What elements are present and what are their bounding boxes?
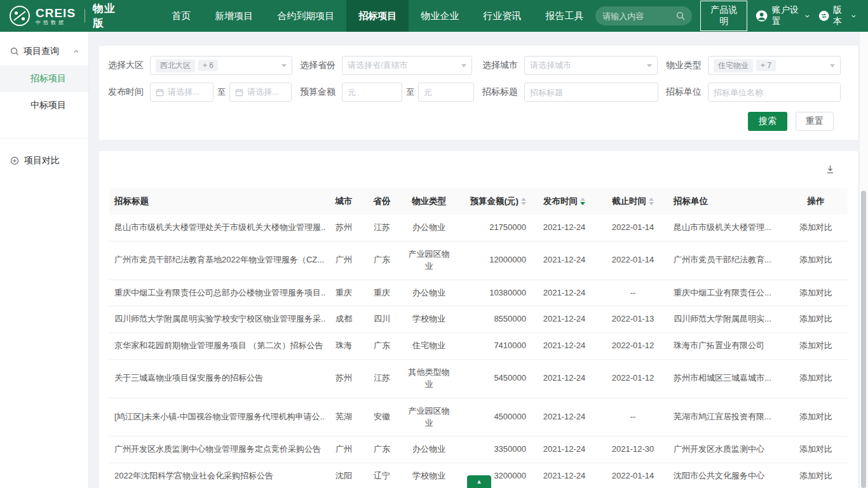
region-select[interactable]: 西北大区 + 6 bbox=[150, 56, 292, 75]
sidebar-item-project-compare[interactable]: 项目对比 bbox=[0, 139, 88, 174]
cell-type: 办公物业 bbox=[402, 280, 456, 306]
sidebar-group-project-query[interactable]: 项目查询 bbox=[0, 32, 88, 65]
cell-province: 广东 bbox=[362, 241, 402, 280]
col-publish[interactable]: 发布时间 bbox=[531, 188, 597, 215]
nav-item-合约到期项目[interactable]: 合约到期项目 bbox=[265, 0, 346, 32]
table-toolbar bbox=[109, 158, 848, 180]
sort-icon[interactable] bbox=[649, 198, 654, 205]
sort-icon-active-desc[interactable] bbox=[580, 198, 585, 205]
add-compare-link[interactable]: 添加对比 bbox=[784, 437, 848, 463]
filter-actions: 搜索 重置 bbox=[108, 112, 849, 131]
budget-to-label: 至 bbox=[406, 86, 414, 98]
cell-province: 四川 bbox=[362, 306, 402, 333]
nav-item-行业资讯[interactable]: 行业资讯 bbox=[471, 0, 533, 32]
download-icon[interactable] bbox=[825, 165, 835, 174]
bid-unit-input[interactable] bbox=[714, 83, 835, 101]
cell-unit: 苏州市相城区三城嘉城市... bbox=[668, 360, 784, 398]
back-to-top-button[interactable]: ▲ bbox=[467, 475, 491, 488]
add-compare-link[interactable]: 添加对比 bbox=[784, 463, 848, 488]
table-row: 广州开发区水质监测中心物业管理服务定点竞价采购公告广州广东办公物业3350000… bbox=[109, 437, 848, 463]
add-compare-link[interactable]: 添加对比 bbox=[784, 398, 848, 437]
brand-name: CREIS bbox=[36, 7, 76, 19]
cell-deadline: 2022-01-14 bbox=[597, 241, 668, 280]
city-select[interactable]: 请选择城市 bbox=[524, 56, 658, 75]
nav-item-招标项目[interactable]: 招标项目 bbox=[346, 0, 409, 32]
account-settings-menu[interactable]: 账户设置 bbox=[756, 4, 810, 27]
table-row: 昆山市市级机关大楼管理处关于市级机关大楼物业管理服...苏州江苏办公物业2175… bbox=[109, 215, 848, 241]
cell-province: 广东 bbox=[362, 437, 402, 463]
cell-budget: 10380000 bbox=[456, 280, 531, 306]
cell-deadline: 2022-01-13 bbox=[597, 306, 668, 333]
cell-city: 重庆 bbox=[325, 280, 362, 306]
add-compare-link[interactable]: 添加对比 bbox=[784, 333, 848, 360]
cell-deadline: -- bbox=[597, 398, 668, 437]
brand-subtitle: 中指数据 bbox=[36, 20, 76, 25]
col-title: 招标标题 bbox=[109, 188, 325, 215]
publish-date-start-input[interactable]: 请选择... bbox=[150, 83, 214, 102]
global-search-input[interactable] bbox=[602, 11, 676, 21]
add-compare-link[interactable]: 添加对比 bbox=[784, 280, 848, 306]
add-compare-link[interactable]: 添加对比 bbox=[784, 306, 848, 333]
province-placeholder: 请选择省/直辖市 bbox=[348, 60, 408, 71]
calendar-icon bbox=[235, 88, 243, 97]
col-deadline[interactable]: 截止时间 bbox=[597, 188, 668, 215]
col-type: 物业类型 bbox=[402, 188, 456, 215]
budget-max-input[interactable] bbox=[424, 83, 468, 101]
version-menu[interactable]: 版本 bbox=[818, 4, 857, 27]
bid-projects-table: 招标标题 城市 省份 物业类型 预算金额(元) 发布时间 截止时间 招标单位 操… bbox=[109, 188, 848, 488]
budget-min-input[interactable] bbox=[348, 83, 397, 101]
sort-icon[interactable] bbox=[521, 198, 526, 205]
nav-item-首页[interactable]: 首页 bbox=[159, 0, 203, 32]
creis-logo[interactable]: CREIS 中指数据 bbox=[9, 5, 76, 27]
bid-title-input[interactable] bbox=[530, 83, 653, 101]
province-filter-label: 选择省份 bbox=[300, 60, 336, 71]
reset-button[interactable]: 重置 bbox=[796, 112, 834, 131]
nav-item-物业企业[interactable]: 物业企业 bbox=[409, 0, 471, 32]
cell-publish: 2021-12-24 bbox=[531, 306, 597, 333]
add-compare-link[interactable]: 添加对比 bbox=[784, 215, 848, 241]
cell-type: 产业园区物业 bbox=[402, 398, 456, 437]
add-compare-link[interactable]: 添加对比 bbox=[784, 241, 848, 280]
bid-unit-field bbox=[708, 83, 841, 102]
cell-title[interactable]: 重庆中烟工业有限责任公司总部办公楼物业管理服务项目... bbox=[109, 280, 325, 306]
cell-title[interactable]: 京华家和花园前期物业管理服务项目 （第二次）招标公告 bbox=[109, 333, 325, 360]
property-type-select[interactable]: 住宅物业 + 7 bbox=[708, 56, 841, 75]
chevron-down-icon bbox=[851, 13, 857, 20]
col-budget[interactable]: 预算金额(元) bbox=[456, 188, 531, 215]
province-select[interactable]: 请选择省/直辖市 bbox=[342, 56, 472, 75]
nav-item-新增项目[interactable]: 新增项目 bbox=[203, 0, 265, 32]
cell-title[interactable]: 2022年沈阳科学宫物业社会化采购招标公告 bbox=[109, 463, 325, 488]
filter-panel: 选择大区 西北大区 + 6 选择省份 请选择省/直辖市 选择城市 请选择城市 bbox=[99, 46, 858, 140]
cell-deadline: 2022-01-14 bbox=[597, 463, 668, 488]
edition-label: 物业版 bbox=[93, 1, 124, 30]
add-compare-link[interactable]: 添加对比 bbox=[784, 360, 848, 398]
search-icon[interactable] bbox=[676, 11, 685, 20]
filter-row-1: 选择大区 西北大区 + 6 选择省份 请选择省/直辖市 选择城市 请选择城市 bbox=[108, 56, 849, 75]
product-info-button[interactable]: 产品说明 bbox=[700, 1, 747, 31]
cell-type: 学校物业 bbox=[402, 306, 456, 333]
cell-title[interactable]: 关于三城嘉物业项目保安服务的招标公告 bbox=[109, 360, 325, 398]
bid-title-filter-label: 招标标题 bbox=[482, 86, 518, 98]
cell-title[interactable]: 昆山市市级机关大楼管理处关于市级机关大楼物业管理服... bbox=[109, 215, 325, 241]
cell-publish: 2021-12-24 bbox=[531, 360, 597, 398]
cell-budget: 12000000 bbox=[456, 241, 531, 280]
region-tag: 西北大区 bbox=[156, 59, 195, 72]
cell-province: 江苏 bbox=[362, 215, 402, 241]
sidebar-item-中标项目[interactable]: 中标项目 bbox=[0, 92, 88, 119]
cell-title[interactable]: 四川师范大学附属昆明实验学校安宁校区物业管理服务采... bbox=[109, 306, 325, 333]
chevron-up-icon bbox=[73, 48, 79, 55]
budget-filter-label: 预算金额 bbox=[300, 86, 336, 98]
chevron-down-icon bbox=[830, 64, 835, 67]
global-search-box[interactable] bbox=[595, 6, 692, 25]
cell-title[interactable]: 广州开发区水质监测中心物业管理服务定点竞价采购公告 bbox=[109, 437, 325, 463]
search-button[interactable]: 搜索 bbox=[748, 112, 787, 131]
cell-publish: 2021-12-24 bbox=[531, 463, 597, 488]
cell-title[interactable]: [鸠江区]未来小镇-中国视谷物业管理服务代理机构申请公... bbox=[109, 398, 325, 437]
nav-item-报告工具[interactable]: 报告工具 bbox=[533, 0, 595, 32]
budget-min-field bbox=[342, 83, 402, 102]
publish-date-end-input[interactable]: 请选择... bbox=[229, 83, 292, 102]
cell-title[interactable]: 广州市党员干部纪法教育基地2022年物业管理服务（CZ... bbox=[109, 241, 325, 280]
cell-unit: 广州开发区水质监测中心 bbox=[668, 437, 784, 463]
scrollbar-thumb[interactable] bbox=[861, 191, 866, 488]
sidebar-item-招标项目[interactable]: 招标项目 bbox=[0, 65, 88, 92]
